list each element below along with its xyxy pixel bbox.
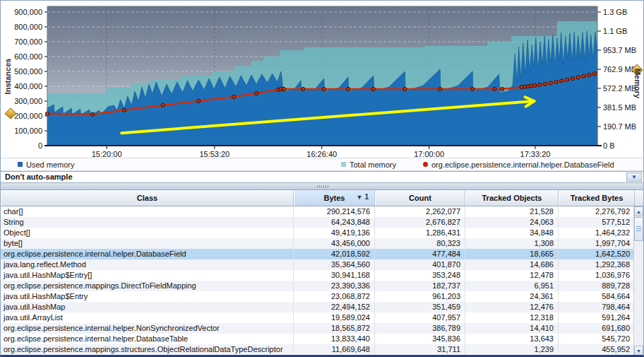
class-name-cell: org.eclipse.persistence.internal.helper.…: [1, 334, 294, 344]
auto-sample-value: Don't auto-sample: [5, 172, 73, 182]
scroll-down-button[interactable]: ▼: [634, 346, 643, 356]
table-row[interactable]: org.eclipse.persistence.internal.helper.…: [1, 334, 643, 344]
databasefield-marker: [538, 83, 542, 86]
combo-dropdown-button[interactable]: ▼: [626, 172, 642, 182]
databasefield-marker: [554, 80, 558, 83]
value-cell: 24,063: [465, 217, 559, 228]
auto-sample-combobox[interactable]: Don't auto-sample ▼: [1, 171, 643, 183]
table-row[interactable]: char[]290,214,5762,262,07721,5282,276,79…: [1, 206, 643, 217]
class-table-header: ClassBytes▼1CountTracked ObjectsTracked …: [1, 190, 643, 206]
table-row[interactable]: Object[]49,419,1361,286,43134,8481,464,2…: [1, 228, 643, 238]
header-scroll-corner: [635, 190, 643, 206]
databasefield-marker: [471, 87, 475, 90]
table-row[interactable]: String64,243,8482,676,82724,063577,512: [1, 217, 643, 228]
value-cell: 1,464,232: [559, 228, 635, 238]
scrollbar-thumb[interactable]: [634, 217, 643, 241]
value-cell: 961,203: [375, 291, 465, 302]
databasefield-marker: [254, 92, 258, 95]
table-row[interactable]: byte[]43,456,00080,3231,3081,997,704: [1, 238, 643, 249]
right-tick-label: 1.1 GB: [603, 27, 627, 35]
class-name-cell: org.eclipse.persistence.mappings.structu…: [1, 344, 294, 355]
value-cell: 23,068,872: [294, 291, 375, 302]
left-tick-label: 600,000: [14, 52, 42, 61]
column-header-count[interactable]: Count: [375, 190, 465, 206]
table-row[interactable]: org.eclipse.persistence.internal.helper.…: [1, 249, 643, 259]
value-cell: 14,410: [465, 323, 559, 334]
class-name-cell: byte[]: [1, 238, 294, 249]
right-tick-label: 572.2 MB: [603, 84, 636, 93]
class-name-cell: Object[]: [1, 228, 294, 238]
x-tick-label: 15:53:20: [199, 150, 229, 158]
value-cell: 34,848: [465, 228, 559, 238]
class-name-cell: java.util.ArrayList: [1, 312, 294, 323]
class-name-cell: char[]: [1, 206, 294, 217]
databasefield-marker: [439, 87, 442, 90]
left-tick-label: 0: [38, 141, 42, 150]
databasefield-marker: [588, 73, 591, 76]
class-name-cell: org.eclipse.persistence.mappings.DirectT…: [1, 281, 294, 291]
x-tick-label: 15:20:00: [92, 150, 122, 158]
value-cell: 1,308: [465, 238, 559, 249]
value-cell: 35,364,560: [294, 259, 375, 270]
column-header-bytes[interactable]: Bytes▼1: [294, 190, 375, 206]
column-header-label: Class: [137, 194, 157, 202]
table-row[interactable]: java.util.HashMap$Entry[]30,941,168353,2…: [1, 270, 643, 281]
column-header-tracked-bytes[interactable]: Tracked Bytes: [559, 190, 635, 206]
databasefield-marker: [232, 95, 236, 98]
value-cell: 6,951: [465, 281, 559, 291]
sort-desc-icon: ▼1: [357, 193, 369, 201]
legend-label: Used memory: [26, 160, 74, 169]
value-cell: 12,318: [465, 312, 559, 323]
table-row[interactable]: java.util.HashMap22,494,152351,45912,476…: [1, 302, 643, 312]
value-cell: 401,870: [375, 259, 465, 270]
chart-canvas[interactable]: 900,000800,000700,000600,000500,000400,0…: [1, 1, 643, 158]
legend-item-total-memory: Total memory: [341, 158, 396, 170]
memory-telemetry-chart[interactable]: 900,000800,000700,000600,000500,000400,0…: [1, 1, 643, 158]
class-name-cell: org.eclipse.persistence.internal.helper.…: [1, 323, 294, 334]
horizontal-splitter[interactable]: [1, 183, 643, 190]
table-row[interactable]: org.eclipse.persistence.mappings.structu…: [1, 344, 643, 355]
databasefield-marker: [403, 87, 407, 90]
right-tick-label: 190.7 MB: [603, 122, 636, 131]
right-tick-label: 381.5 MB: [603, 103, 636, 112]
left-tick-label: 100,000: [14, 127, 42, 135]
value-cell: 12,478: [465, 270, 559, 281]
value-cell: 11,669,648: [294, 344, 375, 355]
column-header-tracked-objects[interactable]: Tracked Objects: [465, 190, 559, 206]
databasefield-marker: [560, 79, 564, 83]
used-memory-swatch-icon: [18, 162, 23, 167]
value-cell: 2,676,827: [375, 217, 465, 228]
value-cell: 80,323: [375, 238, 465, 249]
value-cell: 407,957: [375, 312, 465, 323]
instances-axis-title: Instances: [4, 45, 12, 108]
table-row[interactable]: java.lang.reflect.Method35,364,560401,87…: [1, 259, 643, 270]
splitter-grip-icon[interactable]: [317, 185, 330, 188]
databasefield-marker: [543, 82, 547, 86]
value-cell: 30,941,168: [294, 270, 375, 281]
column-header-class[interactable]: Class: [1, 190, 294, 206]
right-tick-label: 762.9 MB: [603, 65, 636, 74]
thumb-grip-icon: [636, 226, 641, 233]
databasefield-marker: [533, 83, 537, 87]
value-cell: 2,276,792: [559, 206, 635, 217]
value-cell: 351,459: [375, 302, 465, 312]
value-cell: 545,720: [559, 334, 635, 344]
table-row[interactable]: java.util.HashMap$Entry23,068,872961,203…: [1, 291, 643, 302]
class-name-cell: java.util.HashMap$Entry: [1, 291, 294, 302]
value-cell: 353,248: [375, 270, 465, 281]
class-name-cell: java.util.HashMap: [1, 302, 294, 312]
databasefield-marker: [161, 103, 165, 107]
vertical-scrollbar[interactable]: ▲ ▼: [633, 206, 643, 356]
value-cell: 13,833,440: [294, 334, 375, 344]
table-row[interactable]: org.eclipse.persistence.internal.helper.…: [1, 323, 643, 334]
class-name-cell: org.eclipse.persistence.internal.helper.…: [1, 249, 294, 259]
databasefield-marker: [566, 78, 569, 81]
scroll-up-button[interactable]: ▲: [634, 206, 643, 216]
table-row[interactable]: java.util.ArrayList19,589,024407,95712,3…: [1, 312, 643, 323]
value-cell: 21,528: [465, 206, 559, 217]
profiler-window: 900,000800,000700,000600,000500,000400,0…: [0, 0, 644, 357]
table-row[interactable]: org.eclipse.persistence.mappings.DirectT…: [1, 281, 643, 291]
value-cell: 31,711: [375, 344, 465, 355]
class-name-cell: java.lang.reflect.Method: [1, 259, 294, 270]
total-memory-swatch-icon: [341, 162, 346, 167]
